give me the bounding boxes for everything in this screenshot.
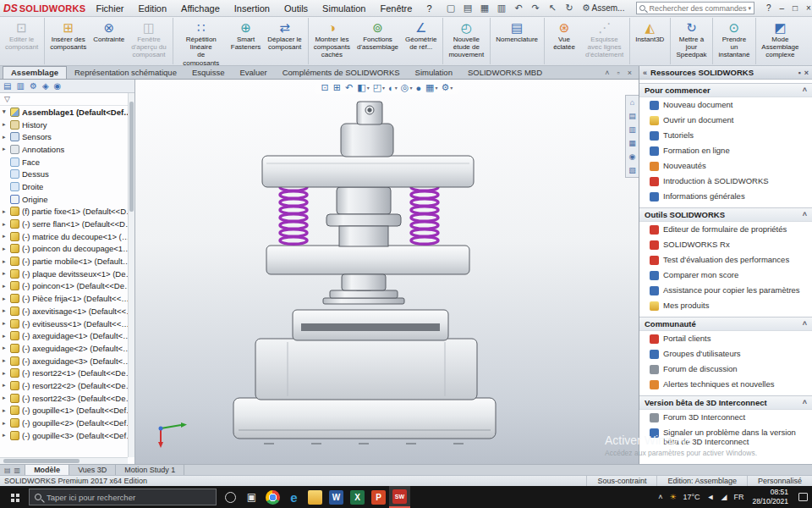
graphics-viewport[interactable]: ⊡ ⊞ ↶ ◧▾ ◰▾: [135, 80, 639, 464]
solidworks-taskbar-icon[interactable]: SW: [389, 486, 410, 508]
menu-item[interactable]: Affichage: [179, 3, 222, 14]
spring-left[interactable]: [280, 184, 307, 245]
ribbon-button[interactable]: ◫ Fenêtre d'aperçu du composant: [128, 18, 173, 64]
ribbon-button[interactable]: ∠ Géométrie de réf...: [402, 18, 443, 64]
taskpane-row[interactable]: Forum 3D Interconnect: [639, 410, 812, 425]
expand-arrow-icon[interactable]: [3, 295, 10, 302]
taskpane-row[interactable]: Formation en ligne: [639, 143, 812, 158]
expand-arrow-icon[interactable]: [3, 208, 10, 215]
expand-arrow-icon[interactable]: [3, 246, 10, 252]
top-plate[interactable]: [262, 156, 474, 187]
tree-scrollbar-vertical[interactable]: [128, 93, 134, 457]
tree-root-item[interactable]: Assemblage1 (Default<Default_Display...: [0, 106, 134, 119]
section-view-icon[interactable]: ◧▾: [357, 82, 369, 93]
expand-arrow-icon[interactable]: [3, 146, 10, 152]
save-icon[interactable]: ▦: [480, 3, 491, 14]
configuration-manager-tab[interactable]: ⚙: [30, 81, 37, 91]
expand-arrow-icon[interactable]: [3, 432, 10, 439]
edge-icon[interactable]: e: [283, 486, 304, 508]
taskpane-row[interactable]: Nouveautés: [639, 158, 812, 174]
dropdown-arrow-icon[interactable]: ▾: [382, 85, 385, 91]
menu-item[interactable]: ?: [425, 3, 433, 14]
dropdown-arrow-icon[interactable]: ▾: [395, 85, 398, 91]
dropdown-arrow-icon[interactable]: ▾: [450, 85, 453, 91]
minimize-button[interactable]: –: [780, 3, 785, 13]
filter-funnel-icon[interactable]: ▽: [4, 95, 10, 103]
previous-view-icon[interactable]: ↶: [345, 82, 354, 93]
search-input[interactable]: [649, 4, 748, 13]
command-search[interactable]: ▾: [636, 2, 754, 14]
expand-arrow-icon[interactable]: [3, 134, 10, 141]
ribbon-button[interactable]: ↻ Mettre à jour Speedpak: [672, 18, 713, 64]
assembly-3d-model[interactable]: [135, 80, 639, 464]
file-explorer-tab[interactable]: ▥: [626, 123, 639, 136]
taskpane-row[interactable]: Alertes techniques et nouvelles: [639, 377, 812, 392]
close-document-icon[interactable]: ×: [628, 69, 632, 77]
tree-item[interactable]: (-) resort22<2> (Default<<Default...: [0, 379, 134, 392]
start-button[interactable]: [0, 486, 29, 508]
ribbon-button[interactable]: ⊙ Prendre un instantané: [715, 18, 756, 64]
document-tab[interactable]: Vues 3D: [69, 465, 116, 475]
document-tab[interactable]: Modèle: [25, 465, 69, 475]
tree-item[interactable]: (-) goupille<1> (Default<<Default...: [0, 405, 134, 417]
hide-show-items-icon[interactable]: ◎▾: [401, 82, 413, 93]
taskpane-row[interactable]: Test d'évaluation des performances: [639, 252, 812, 268]
custom-properties-tab[interactable]: ▧: [626, 163, 639, 177]
tree-item[interactable]: (-) goupille<2> (Default<<Default...: [0, 417, 134, 429]
base-block[interactable]: [255, 339, 477, 400]
taskpane-row[interactable]: Signaler un problème dans la version bêt…: [639, 425, 812, 449]
expand-arrow-icon[interactable]: [3, 108, 10, 115]
tree-item[interactable]: Annotations: [0, 143, 134, 156]
tree-item[interactable]: (-) resort22<1> (Default<<Default...: [0, 367, 134, 379]
shank[interactable]: [341, 124, 393, 157]
ribbon-button[interactable]: ▤ Nomenclature: [492, 18, 545, 64]
network-icon[interactable]: ◢: [721, 493, 727, 501]
dropdown-arrow-icon[interactable]: ▾: [367, 85, 370, 91]
taskpane-row[interactable]: Version bêta de 3D Interconnect: [639, 395, 812, 410]
expand-arrow-icon[interactable]: [3, 258, 10, 265]
taskpane-row[interactable]: Informations générales: [639, 189, 812, 204]
pin-icon[interactable]: ▪: [798, 69, 801, 77]
close-button[interactable]: ×: [806, 3, 811, 13]
display-manager-tab[interactable]: ◉: [54, 81, 62, 91]
ribbon-button[interactable]: ◴ Nouvelle étude de mouvement: [445, 18, 491, 64]
ribbon-button[interactable]: ◭ Instant3D: [632, 18, 671, 64]
ribbon-button[interactable]: ◩ Mode Assemblage complexe: [758, 18, 802, 64]
spring-right[interactable]: [411, 184, 438, 245]
expand-arrow-icon[interactable]: [3, 221, 10, 228]
tree-item[interactable]: (-) poincon<1> (Default<<Default...: [0, 280, 134, 293]
collapse-chevron-icon[interactable]: [803, 86, 807, 94]
word-icon[interactable]: W: [326, 486, 347, 508]
tree-item[interactable]: (-) axeguidage<2> (Default<<Defa...: [0, 342, 134, 355]
tree-item[interactable]: (-) goupille<3> (Default<<Default...: [0, 429, 134, 442]
taskbar-search[interactable]: Taper ici pour rechercher: [29, 489, 217, 505]
expand-arrow-icon[interactable]: [3, 395, 10, 401]
search-dropdown-icon[interactable]: ▾: [748, 5, 751, 12]
tree-scrollbar-horizontal[interactable]: [0, 457, 128, 464]
dropdown-arrow-icon[interactable]: ▾: [409, 85, 412, 91]
tree-item[interactable]: (-) poincon du decoupage<1> (De...: [0, 243, 134, 256]
view-orientation-icon[interactable]: ◰▾: [373, 82, 385, 93]
solidworks-resources-tab[interactable]: ⌂: [626, 96, 639, 109]
select-icon[interactable]: ↖: [547, 3, 558, 14]
tree-item[interactable]: (-) Pièce frija<1> (Default<<Defau...: [0, 292, 134, 305]
ribbon-button[interactable]: ◑ Montrer les composants cachés: [310, 18, 354, 64]
commandmanager-tab[interactable]: Evaluer: [232, 67, 274, 79]
display-style-icon[interactable]: ◐▾: [388, 83, 398, 93]
zoom-to-area-icon[interactable]: ⊞: [333, 82, 342, 93]
taskpane-row[interactable]: Mes produits: [639, 298, 812, 313]
options-icon[interactable]: ⚙: [581, 3, 592, 14]
menu-item[interactable]: Simulation: [321, 3, 367, 14]
collapse-chevron-icon[interactable]: [803, 319, 807, 328]
model-tabs-list-icon[interactable]: ▥: [14, 467, 21, 474]
open-document-icon[interactable]: ▤: [463, 3, 474, 14]
taskpane-row[interactable]: Editeur de formulaire de propriétés: [639, 222, 812, 237]
collapse-ribbon-icon[interactable]: ˄: [605, 69, 609, 77]
taskpane-row[interactable]: Groupes d'utilisateurs: [639, 346, 812, 362]
expand-arrow-icon[interactable]: [3, 121, 10, 128]
view-settings-icon[interactable]: ⚙▾: [441, 82, 453, 93]
task-view-icon[interactable]: ▣: [241, 486, 262, 508]
taskpane-row[interactable]: Comparer mon score: [639, 268, 812, 283]
tree-item[interactable]: (-) axeguidage<3> (Default<<Defa...: [0, 355, 134, 367]
expand-arrow-icon[interactable]: [3, 270, 10, 277]
